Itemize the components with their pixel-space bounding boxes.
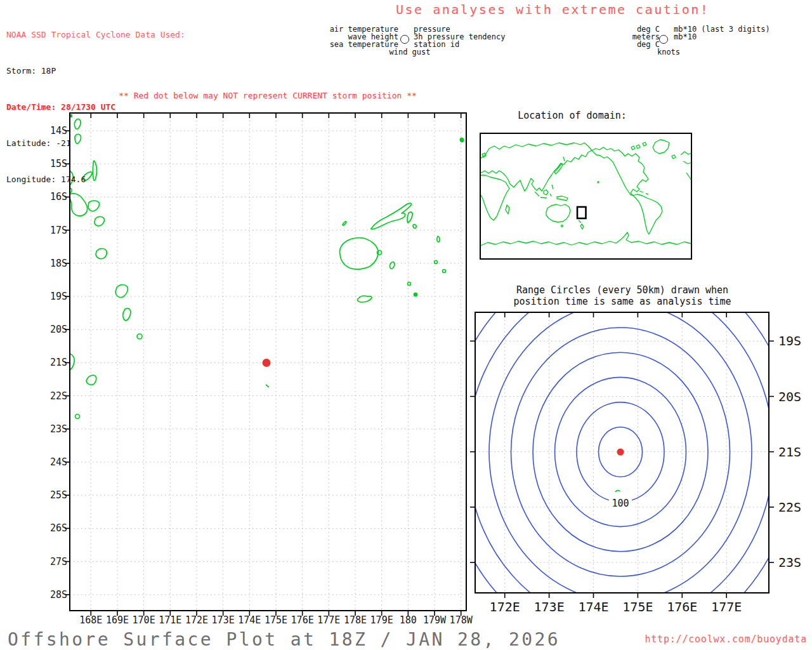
main-map-x-tick: 174E (238, 614, 261, 626)
australia (546, 204, 570, 222)
island-fragment (615, 491, 620, 492)
main-map-y-tick: 18S (50, 258, 67, 269)
island-vanua-levu (371, 203, 411, 229)
main-map-y-tick: 15S (50, 158, 67, 169)
range-plot-title-line2: position time is same as analysis time (513, 296, 731, 307)
main-map-y-tick: 26S (50, 522, 67, 534)
main-map-x-tick: 169E (106, 614, 129, 626)
arctic-island (631, 146, 635, 150)
island-kadavu (357, 296, 372, 302)
island (86, 375, 96, 385)
island (137, 334, 142, 339)
unit-knots: knots (657, 48, 680, 56)
source-url-link[interactable]: http://coolwx.com/buoydata (645, 633, 807, 645)
unit-deg-c-sea: deg C (637, 41, 660, 48)
range-plot-x-tick: 172E (490, 599, 520, 614)
antarctica (480, 232, 691, 246)
island-taveuni (407, 212, 412, 223)
main-map-y-tick: 20S (50, 324, 67, 335)
new-zealand-north (579, 220, 581, 223)
eurasia (480, 143, 592, 191)
main-map-y-tick: 21S (50, 357, 67, 368)
main-map-x-tick: 178E (344, 614, 367, 626)
unit-mb: mb*10 (674, 33, 697, 41)
africa-wrap (686, 173, 691, 180)
island (88, 201, 100, 211)
arctic-island (643, 142, 646, 146)
main-map-x-tick: 177E (317, 614, 340, 626)
north-america (592, 147, 648, 196)
island (75, 415, 80, 419)
main-map-x-tick: 175E (265, 614, 287, 626)
range-plot-y-tick: 20S (778, 389, 801, 404)
main-map-y-tick: 14S (50, 125, 67, 136)
island (390, 262, 395, 269)
japan (554, 164, 563, 174)
main-map-x-tick: 172E (185, 614, 208, 626)
storm-info-block: NOAA SSD Tropical Cyclone Data Used: Sto… (6, 4, 185, 197)
island (414, 293, 417, 296)
world-map-coastlines (480, 140, 691, 246)
europe-wrap (683, 161, 691, 164)
cuba (639, 191, 643, 192)
south-america (633, 194, 662, 234)
station-circle-icon (400, 35, 409, 44)
new-zealand-south (580, 224, 584, 229)
storm-info-datetime: Date/Time: 28/1730 UTC (6, 101, 185, 113)
main-map-y-tick: 19S (50, 291, 67, 302)
philippines (552, 185, 553, 189)
range-plot-y-tick: 22S (778, 500, 801, 515)
arctic-island (636, 145, 640, 149)
island (435, 261, 438, 264)
tasmania (561, 225, 563, 227)
island (123, 308, 131, 321)
contour-label-100: 100 (612, 498, 629, 509)
main-map-x-tick: 179W (423, 614, 446, 626)
hispaniola (646, 194, 648, 194)
sumatra (535, 192, 539, 196)
sakhalin (563, 157, 565, 161)
range-plot-title-line1: Range Circles (every 50km) drawn when (516, 284, 728, 296)
range-plot-x-tick: 173E (534, 599, 565, 614)
island-fragment (460, 138, 463, 142)
greenland (653, 140, 669, 154)
range-plot-x-tick: 177E (711, 599, 742, 614)
main-map-y-tick: 23S (50, 423, 67, 435)
main-map-x-tick: 176E (291, 614, 314, 626)
storm-info-source: NOAA SSD Tropical Cyclone Data Used: (6, 29, 185, 41)
island (413, 225, 416, 229)
africa (480, 175, 509, 220)
main-map-x-tick: 170E (133, 614, 155, 626)
main-map-y-tick: 27S (50, 556, 67, 567)
europe-wrap (681, 152, 691, 155)
storm-position-dot-range (617, 449, 624, 456)
main-map-y-tick: 22S (50, 390, 67, 402)
station-circle-icon (659, 35, 668, 44)
island (115, 285, 128, 298)
island (343, 222, 346, 225)
madagascar (506, 205, 509, 214)
main-map-y-tick: 24S (50, 456, 67, 468)
island-viti-levu (339, 238, 378, 270)
sulawesi (550, 194, 551, 196)
main-map-y-tick: 16S (50, 191, 67, 202)
island (96, 249, 107, 259)
main-map-x-tick: 179E (370, 614, 393, 626)
domain-rectangle-marker (577, 207, 586, 218)
island (70, 354, 74, 370)
range-plot-x-tick: 176E (667, 599, 697, 614)
world-map-border (480, 133, 691, 259)
caution-banner: Use analyses with extreme caution! (396, 2, 709, 17)
java (540, 197, 547, 198)
main-map-x-tick: 173E (212, 614, 235, 626)
legend-sea-temperature: sea temperature (330, 41, 398, 48)
iceland (672, 155, 676, 159)
storm-info-id: Storm: 18P (6, 65, 185, 77)
hawaii (598, 182, 599, 183)
main-map-y-tick: 28S (50, 589, 67, 600)
page-title: Offshore Surface Plot at 18Z / JAN 28, 2… (8, 629, 560, 650)
domain-map-title: Location of domain: (518, 110, 627, 121)
storm-position-dot (263, 359, 271, 367)
storm-info-latitude: Latitude: -21 (6, 137, 185, 149)
main-map-y-tick: 17S (50, 225, 67, 236)
